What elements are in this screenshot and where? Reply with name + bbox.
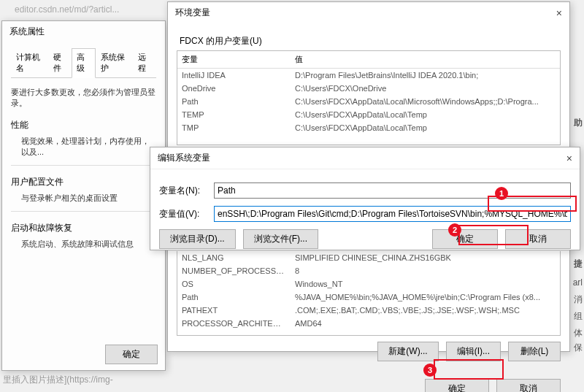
sysprops-title: 系统属性 (2, 21, 165, 42)
perf-title: 性能 (11, 119, 156, 131)
close-icon[interactable]: × (566, 153, 572, 164)
userprofile-title: 用户配置文件 (11, 176, 156, 188)
table-row[interactable]: TEMPC:\Users\FDCX\AppData\Local\Temp (177, 108, 560, 121)
editvar-cancel-button[interactable]: 取消 (505, 229, 571, 249)
sysprops-intro: 要进行大多数更改，您必须作为管理员登录。 (11, 87, 156, 109)
sysprops-tabs: 计算机名 硬件 高级 系统保护 远程 (11, 48, 156, 78)
side-x1: 消 (574, 293, 583, 306)
delete-button[interactable]: 删除(L) (508, 342, 561, 361)
user-vars-list[interactable]: 变量 值 IntelliJ IDEAD:\Program Files\JetBr… (177, 50, 561, 145)
table-row[interactable]: PATHEXT.COM;.EXE;.BAT;.CMD;.VBS;.VBE;.JS… (177, 304, 560, 317)
table-row[interactable]: PROCESSOR_ARCHITECTUREAMD64 (177, 317, 560, 330)
system-properties-dialog: 系统属性 计算机名 硬件 高级 系统保护 远程 要进行大多数更改，您必须作为管理… (1, 20, 166, 371)
browse-file-button[interactable]: 浏览文件(F)... (243, 229, 318, 249)
userprofile-text: 与登录帐户相关的桌面设置 (21, 193, 156, 204)
table-row[interactable]: OSWindows_NT (177, 277, 560, 291)
perf-text: 视觉效果，处理器计划，内存使用，以及... (21, 136, 156, 158)
var-value-input[interactable] (214, 206, 571, 222)
placeholder-hint: 里插入图片描述](https://img- (3, 374, 113, 386)
table-row[interactable]: NUMBER_OF_PROCESSORS8 (177, 264, 560, 277)
side-quick: 捷 (574, 258, 583, 270)
address-hint: editor.csdn.net/md/?articl... (15, 4, 119, 15)
table-row[interactable]: Path%JAVA_HOME%\bin;%JAVA_HOME%\jre\bin;… (177, 291, 560, 304)
tab-sysprotect[interactable]: 系统保护 (96, 48, 133, 77)
startup-text: 系统启动、系统故障和调试信息 (21, 239, 156, 250)
edit-sys-var-dialog: 编辑系统变量 × 变量名(N): 变量值(V): 浏览目录(D)... 浏览文件… (150, 147, 580, 250)
side-a: arl (573, 277, 583, 288)
editvar-title: 编辑系统变量 (158, 152, 210, 164)
close-icon[interactable]: × (556, 7, 562, 19)
col-header-name[interactable]: 变量 (177, 51, 291, 68)
edit-button[interactable]: 编辑(I)... (446, 342, 501, 361)
callout-2: 2 (448, 223, 461, 237)
var-name-label: 变量名(N): (159, 185, 214, 197)
table-row[interactable]: OneDriveC:\Users\FDCX\OneDrive (177, 82, 560, 95)
side-help: 助 (574, 117, 583, 129)
var-value-label: 变量值(V): (159, 208, 214, 220)
table-row[interactable]: TMPC:\Users\FDCX\AppData\Local\Temp (177, 121, 560, 134)
var-name-input[interactable] (214, 182, 571, 199)
tab-remote[interactable]: 远程 (133, 48, 156, 77)
tab-advanced[interactable]: 高级 (72, 48, 95, 78)
startup-title: 启动和故障恢复 (11, 222, 156, 234)
envvars-title: 环境变量 (175, 7, 210, 19)
user-vars-label: FDCX 的用户变量(U) (180, 35, 561, 47)
callout-1: 1 (495, 187, 508, 200)
callout-3: 3 (423, 364, 437, 377)
browse-dir-button[interactable]: 浏览目录(D)... (159, 229, 236, 249)
side-x4: 保 (574, 342, 583, 354)
editvar-ok-button[interactable]: 确定 (432, 229, 498, 249)
side-x2: 组 (574, 310, 583, 323)
new-button[interactable]: 新建(W)... (377, 342, 438, 361)
envvars-cancel-button[interactable]: 取消 (496, 379, 561, 392)
sysprops-ok-button[interactable]: 确定 (105, 345, 158, 364)
sys-vars-list[interactable]: NLS_LANGSIMPLIFIED CHINESE_CHINA.ZHS16GB… (177, 251, 561, 336)
tab-computername[interactable]: 计算机名 (11, 48, 48, 77)
table-row[interactable]: IntelliJ IDEAD:\Program Files\JetBrains\… (177, 69, 560, 82)
tab-hardware[interactable]: 硬件 (48, 48, 72, 77)
envvars-ok-button[interactable]: 确定 (425, 379, 489, 392)
col-header-value[interactable]: 值 (291, 51, 560, 68)
table-row[interactable]: PathC:\Users\FDCX\AppData\Local\Microsof… (177, 95, 560, 108)
side-x3: 体 (574, 327, 583, 339)
